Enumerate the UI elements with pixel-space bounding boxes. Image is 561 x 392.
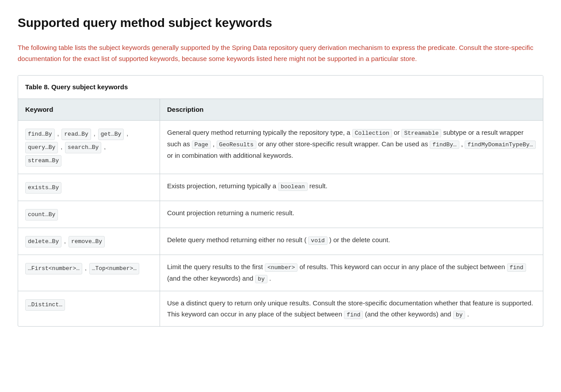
description-code: Streamable (401, 129, 441, 137)
keyword-cell: …First<number>… , …Top<number>… (18, 255, 160, 291)
description-text: (and the other keywords) and (167, 274, 255, 282)
table-row: count…ByCount projection returning a num… (18, 201, 543, 228)
page-title: Supported query method subject keywords (18, 13, 543, 33)
description-text: or any other store-specific result wrapp… (256, 140, 430, 148)
description-code: find (344, 311, 363, 319)
description-code: findBy… (430, 141, 459, 149)
keyword-separator: , (62, 237, 68, 244)
keyword-separator: , (56, 130, 61, 137)
keyword-code: …Distinct… (25, 299, 65, 311)
keyword-code: read…By (61, 129, 91, 140)
description-cell: Limit the query results to the first <nu… (160, 255, 543, 291)
keywords-table: Keyword Description find…By , read…By , … (18, 99, 543, 326)
description-code: boolean (278, 183, 308, 191)
table-row: find…By , read…By , get…By , query…By , … (18, 120, 543, 174)
table-row: exists…ByExists projection, returning ty… (18, 174, 543, 201)
description-code: find (507, 263, 526, 272)
keyword-code: get…By (98, 129, 124, 140)
description-code: <number> (265, 263, 298, 272)
description-cell: Use a distinct query to return only uniq… (160, 291, 543, 326)
table-row: …Distinct…Use a distinct query to return… (18, 291, 543, 326)
description-text: General query method returning typically… (167, 129, 352, 136)
keyword-code: search…By (65, 142, 101, 153)
description-cell: Delete query method returning either no … (160, 228, 543, 255)
description-text: Limit the query results to the first (167, 263, 265, 270)
description-code: void (308, 236, 327, 245)
description-text: or (392, 129, 402, 136)
description-text: ) or the delete count. (328, 236, 390, 244)
description-code: by (255, 275, 267, 283)
keyword-code: remove…By (69, 236, 105, 247)
description-text: Exists projection, returning typically a (167, 182, 278, 190)
description-text: (and the other keywords) and (363, 310, 453, 318)
description-text: Count projection returning a numeric res… (167, 209, 294, 217)
keyword-column-header: Keyword (18, 99, 160, 121)
description-text: or in combination with additional keywor… (167, 152, 293, 159)
keyword-code: stream…By (25, 155, 61, 167)
table-row: delete…By , remove…ByDelete query method… (18, 228, 543, 255)
description-text: . (267, 274, 271, 282)
keyword-separator: , (125, 130, 128, 137)
description-cell: General query method returning typically… (160, 120, 543, 174)
keyword-code: exists…By (25, 182, 61, 194)
description-text: , (211, 140, 217, 148)
description-column-header: Description (160, 99, 543, 121)
table-row: …First<number>… , …Top<number>…Limit the… (18, 255, 543, 291)
table-title: Table 8. Query subject keywords (18, 76, 543, 99)
description-text: result. (308, 182, 328, 190)
keyword-code: query…By (25, 142, 58, 153)
table-header-row: Keyword Description (18, 99, 543, 121)
description-text: , (459, 140, 465, 148)
keyword-code: find…By (25, 129, 55, 140)
description-cell: Count projection returning a numeric res… (160, 201, 543, 228)
keyword-cell: count…By (18, 201, 160, 228)
keywords-table-container: Table 8. Query subject keywords Keyword … (18, 75, 543, 327)
description-code: Collection (352, 129, 392, 137)
description-cell: Exists projection, returning typically a… (160, 174, 543, 201)
keyword-separator: , (83, 264, 88, 271)
description-text: Delete query method returning either no … (167, 236, 308, 244)
keyword-separator: , (102, 143, 106, 150)
description-text: . (465, 310, 469, 318)
description-code: Page (192, 141, 211, 149)
description-text: of results. This keyword can occur in an… (298, 263, 507, 270)
keyword-cell: delete…By , remove…By (18, 228, 160, 255)
keyword-cell: …Distinct… (18, 291, 160, 326)
keyword-separator: , (59, 143, 64, 150)
keyword-code: …First<number>… (25, 263, 82, 274)
intro-paragraph: The following table lists the subject ke… (18, 42, 543, 65)
keyword-code: delete…By (25, 236, 61, 247)
keyword-separator: , (92, 130, 97, 137)
keyword-cell: exists…By (18, 174, 160, 201)
keyword-code: count…By (25, 209, 58, 221)
description-code: by (453, 311, 466, 319)
description-code: findMyDomainTypeBy… (465, 141, 535, 149)
keyword-cell: find…By , read…By , get…By , query…By , … (18, 120, 160, 174)
keyword-code: …Top<number>… (89, 263, 139, 274)
description-code: GeoResults (217, 141, 256, 149)
